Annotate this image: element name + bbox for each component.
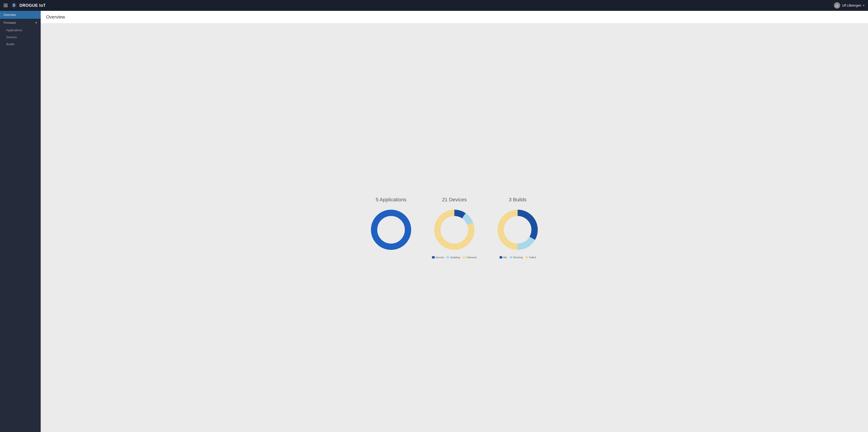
applications-chart: 5 Applications: [368, 197, 414, 253]
sidebar-firmware-label: Firmware: [4, 21, 16, 24]
user-name: Ulf Lilleengen: [842, 4, 861, 7]
builds-legend-running: Running: [510, 256, 523, 259]
devices-donut-svg: [432, 207, 477, 253]
unknown-label: Unknown: [466, 256, 477, 259]
failed-dot: [525, 256, 528, 259]
builds-legend-idle: Idle: [500, 256, 507, 259]
updating-label: Updating: [450, 256, 460, 259]
topbar: D DROGUE IoT Ulf Lilleengen ▾: [0, 0, 868, 11]
devices-legend-synced: Synced: [432, 256, 444, 259]
devices-donut-container: [432, 207, 477, 253]
running-label: Running: [513, 256, 523, 259]
sidebar-item-builds[interactable]: Builds: [0, 41, 41, 48]
menu-icon[interactable]: [4, 4, 8, 7]
devices-legend: Synced Updating Unknown: [432, 256, 477, 259]
sidebar-builds-label: Builds: [6, 42, 14, 46]
sidebar-item-applications[interactable]: Applications: [0, 27, 41, 34]
sidebar-section-firmware[interactable]: Firmware ▾: [0, 19, 41, 27]
sidebar: Overview Firmware ▾ Applications Devices…: [0, 11, 41, 432]
idle-label: Idle: [503, 256, 507, 259]
main-layout: Overview Firmware ▾ Applications Devices…: [0, 11, 868, 432]
builds-donut-container: [495, 207, 540, 253]
builds-chart: 3 Builds: [495, 197, 540, 259]
builds-chart-title: 3 Builds: [509, 197, 526, 203]
user-dropdown-icon[interactable]: ▾: [863, 4, 864, 7]
sidebar-item-devices[interactable]: Devices: [0, 34, 41, 41]
devices-chart-title: 21 Devices: [442, 197, 467, 203]
applications-chart-title: 5 Applications: [376, 197, 406, 203]
topbar-left: D DROGUE IoT: [4, 2, 46, 9]
logo-image: D: [10, 2, 18, 9]
sidebar-overview-label: Overview: [4, 13, 16, 16]
sidebar-devices-label: Devices: [6, 35, 17, 39]
failed-label: Failed: [529, 256, 536, 259]
svg-text:D: D: [13, 3, 16, 7]
idle-dot: [500, 256, 502, 259]
logo-text: DROGUE IoT: [20, 3, 46, 8]
page-header: Overview: [41, 11, 868, 24]
builds-legend: Idle Running Failed: [500, 256, 536, 259]
page-title: Overview: [46, 14, 863, 20]
page-body: 5 Applications 21 Devices: [41, 24, 868, 432]
chevron-down-icon: ▾: [35, 21, 37, 24]
devices-chart: 21 Devices: [432, 197, 477, 259]
charts-container: 5 Applications 21 Devices: [368, 197, 540, 259]
applications-donut-container: [368, 207, 414, 253]
avatar: [834, 2, 840, 8]
devices-legend-updating: Updating: [446, 256, 460, 259]
builds-donut-svg: [495, 207, 540, 253]
svg-point-3: [374, 213, 408, 247]
sidebar-applications-label: Applications: [6, 29, 22, 32]
builds-legend-failed: Failed: [525, 256, 536, 259]
topbar-right: Ulf Lilleengen ▾: [834, 2, 864, 8]
running-dot: [510, 256, 513, 259]
content-area: Overview 5 Applications 21 Devices: [41, 11, 868, 432]
applications-donut-svg: [368, 207, 414, 253]
updating-dot: [446, 256, 449, 259]
devices-legend-unknown: Unknown: [463, 256, 477, 259]
synced-dot: [432, 256, 435, 259]
logo-container: D DROGUE IoT: [10, 2, 46, 9]
sidebar-item-overview[interactable]: Overview: [0, 11, 41, 19]
synced-label: Synced: [436, 256, 444, 259]
unknown-dot: [463, 256, 465, 259]
